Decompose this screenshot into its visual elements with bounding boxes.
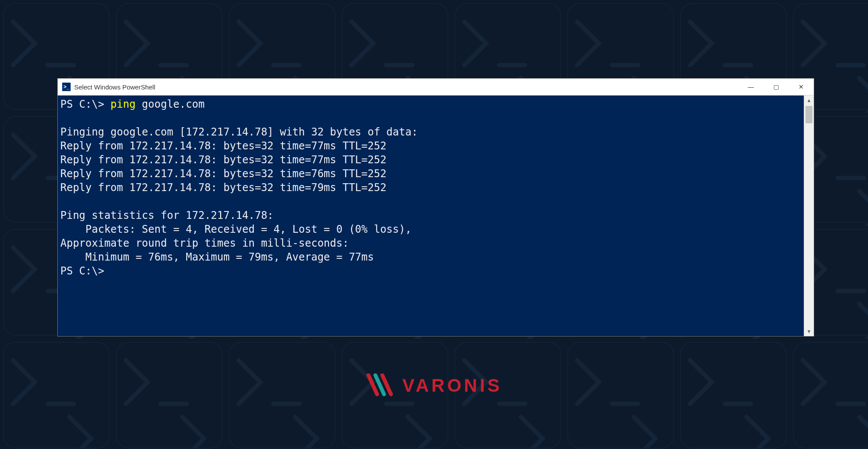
varonis-logo: VARONIS — [366, 373, 502, 398]
scroll-down-button[interactable]: ▼ — [804, 327, 814, 336]
close-button[interactable]: ✕ — [789, 79, 814, 95]
window-title: Select Windows PowerShell — [74, 83, 155, 91]
terminal-line: Reply from 172.217.14.78: bytes=32 time=… — [60, 182, 386, 194]
terminal-line: Reply from 172.217.14.78: bytes=32 time=… — [60, 168, 386, 180]
terminal-line: Minimum = 76ms, Maximum = 79ms, Average … — [60, 251, 374, 263]
powershell-icon: >_ — [62, 83, 71, 91]
ping-argument: google.com — [135, 98, 204, 110]
varonis-mark-icon — [366, 373, 396, 398]
varonis-wordmark: VARONIS — [402, 375, 502, 396]
terminal-line: Ping statistics for 172.217.14.78: — [60, 209, 273, 221]
terminal-line: Packets: Sent = 4, Received = 4, Lost = … — [60, 223, 411, 235]
vertical-scrollbar[interactable]: ▲ ▼ — [804, 96, 814, 336]
ping-command: ping — [111, 98, 136, 110]
terminal-line: Approximate round trip times in milli-se… — [60, 237, 349, 249]
prompt-prefix: PS C:\> — [60, 98, 111, 110]
window-titlebar[interactable]: >_ Select Windows PowerShell — ▢ ✕ — [58, 79, 814, 96]
prompt-prefix: PS C:\> — [60, 265, 104, 277]
scroll-thumb[interactable] — [806, 106, 812, 123]
terminal-line: Pinging google.com [172.217.14.78] with … — [60, 126, 418, 138]
terminal-output[interactable]: PS C:\> ping google.com Pinging google.c… — [58, 96, 804, 336]
scroll-up-button[interactable]: ▲ — [804, 96, 814, 105]
terminal-line: Reply from 172.217.14.78: bytes=32 time=… — [60, 154, 386, 166]
maximize-button[interactable]: ▢ — [763, 79, 789, 95]
window-controls: — ▢ ✕ — [738, 79, 814, 95]
terminal-line: Reply from 172.217.14.78: bytes=32 time=… — [60, 140, 386, 152]
powershell-window: >_ Select Windows PowerShell — ▢ ✕ PS C:… — [57, 78, 814, 337]
minimize-button[interactable]: — — [738, 79, 763, 95]
